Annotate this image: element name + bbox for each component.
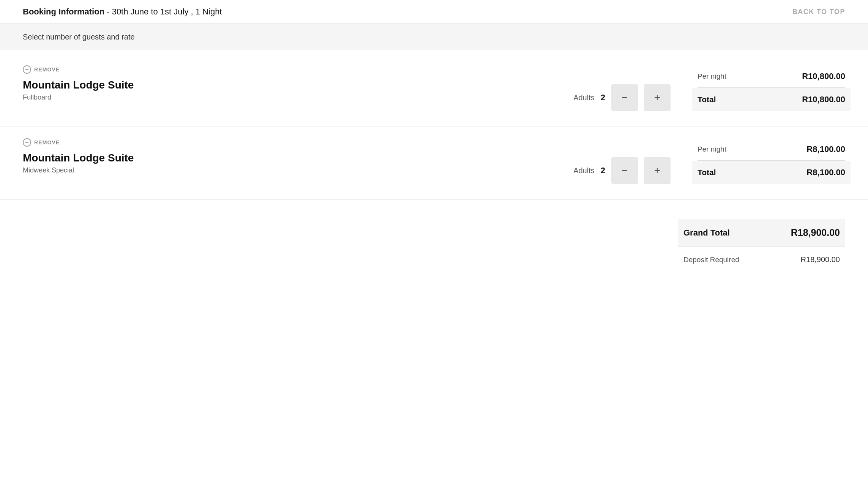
room-type-1: Fullboard	[23, 93, 573, 101]
adults-count-1: 2	[601, 93, 605, 103]
total-row-2: Total R8,100.00	[692, 161, 851, 184]
total-label-1: Total	[698, 95, 716, 104]
booking-info-label: Booking Information	[23, 7, 104, 16]
total-value-2: R8,100.00	[806, 168, 845, 177]
room-block-2: REMOVE Mountain Lodge Suite Midweek Spec…	[0, 127, 868, 200]
per-night-row-1: Per night R10,800.00	[698, 65, 845, 88]
adults-label-1: Adults	[573, 93, 595, 102]
select-guests-bar: Select number of guests and rate	[0, 24, 868, 50]
total-row-1: Total R10,800.00	[692, 88, 851, 111]
room-content-1: REMOVE Mountain Lodge Suite Fullboard Ad…	[23, 65, 845, 111]
room-content-2: REMOVE Mountain Lodge Suite Midweek Spec…	[23, 138, 845, 184]
room-left-1: REMOVE Mountain Lodge Suite Fullboard	[23, 65, 573, 101]
total-label-2: Total	[698, 168, 716, 177]
adults-section-2: Adults 2 − +	[573, 138, 686, 184]
deposit-required-label: Deposit Required	[683, 256, 739, 264]
adults-label-2: Adults	[573, 166, 595, 175]
increment-adults-1[interactable]: +	[644, 84, 671, 111]
pricing-block-summary: Grand Total R18,900.00 Deposit Required …	[678, 219, 845, 272]
back-to-top-link[interactable]: BACK TO TOP	[792, 8, 845, 16]
room-right-2: Adults 2 − + Per night R8,100.00 Total R…	[573, 138, 845, 184]
grand-total-label: Grand Total	[683, 228, 730, 238]
grand-total-value: R18,900.00	[791, 227, 840, 238]
remove-icon-1	[23, 65, 31, 74]
remove-button-2[interactable]: REMOVE	[23, 138, 60, 147]
decrement-adults-2[interactable]: −	[611, 157, 638, 184]
per-night-value-2: R8,100.00	[806, 144, 845, 154]
adults-count-2: 2	[601, 166, 605, 176]
pricing-section-2: Per night R8,100.00 Total R8,100.00	[686, 138, 845, 184]
booking-info: Booking Information - 30th June to 1st J…	[23, 7, 222, 17]
summary-section: Grand Total R18,900.00 Deposit Required …	[0, 200, 868, 272]
grand-total-row: Grand Total R18,900.00	[678, 219, 845, 247]
room-name-1: Mountain Lodge Suite	[23, 79, 573, 91]
total-value-1: R10,800.00	[802, 95, 845, 104]
booking-info-detail: - 30th June to 1st July , 1 Night	[104, 7, 222, 16]
per-night-label-1: Per night	[698, 72, 726, 81]
decrement-adults-1[interactable]: −	[611, 84, 638, 111]
remove-button-1[interactable]: REMOVE	[23, 65, 60, 74]
remove-label-1: REMOVE	[34, 66, 60, 73]
per-night-value-1: R10,800.00	[802, 71, 845, 81]
remove-label-2: REMOVE	[34, 139, 60, 145]
deposit-required-value: R18,900.00	[801, 255, 840, 264]
increment-adults-2[interactable]: +	[644, 157, 671, 184]
deposit-row: Deposit Required R18,900.00	[678, 247, 845, 272]
room-right-1: Adults 2 − + Per night R10,800.00 Total …	[573, 65, 845, 111]
select-guests-label: Select number of guests and rate	[23, 33, 135, 41]
adults-section-1: Adults 2 − +	[573, 65, 686, 111]
remove-icon-2	[23, 138, 31, 147]
header-bar: Booking Information - 30th June to 1st J…	[0, 0, 868, 24]
room-name-2: Mountain Lodge Suite	[23, 152, 573, 164]
per-night-row-2: Per night R8,100.00	[698, 138, 845, 161]
per-night-label-2: Per night	[698, 145, 726, 153]
room-block-1: REMOVE Mountain Lodge Suite Fullboard Ad…	[0, 54, 868, 127]
page-wrapper: Booking Information - 30th June to 1st J…	[0, 0, 868, 487]
room-type-2: Midweek Special	[23, 166, 573, 174]
room-left-2: REMOVE Mountain Lodge Suite Midweek Spec…	[23, 138, 573, 174]
pricing-section-1: Per night R10,800.00 Total R10,800.00	[686, 65, 845, 111]
